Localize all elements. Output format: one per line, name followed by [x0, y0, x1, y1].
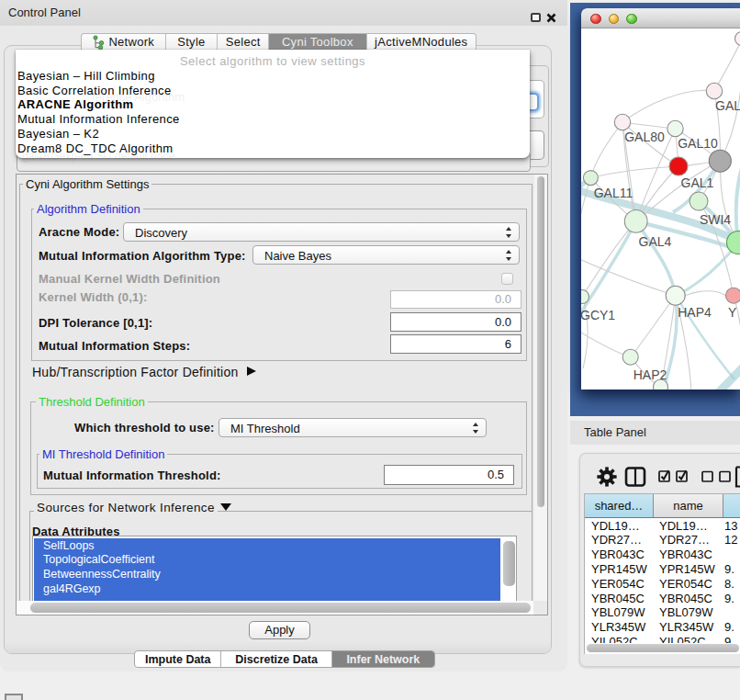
svg-text:GAL11: GAL11 — [594, 186, 633, 200]
svg-text:GAL: GAL — [715, 98, 740, 113]
svg-text:SWI4: SWI4 — [700, 212, 731, 227]
svg-text:Y: Y — [728, 305, 737, 320]
svg-text:GCY1: GCY1 — [581, 308, 615, 322]
svg-text:GAL1: GAL1 — [681, 175, 714, 190]
svg-text:HAP2: HAP2 — [633, 367, 667, 382]
svg-text:GAL4: GAL4 — [639, 234, 672, 249]
svg-text:GAL10: GAL10 — [678, 136, 718, 151]
svg-text:GAL80: GAL80 — [624, 130, 665, 144]
svg-text:HAP4: HAP4 — [678, 305, 712, 320]
